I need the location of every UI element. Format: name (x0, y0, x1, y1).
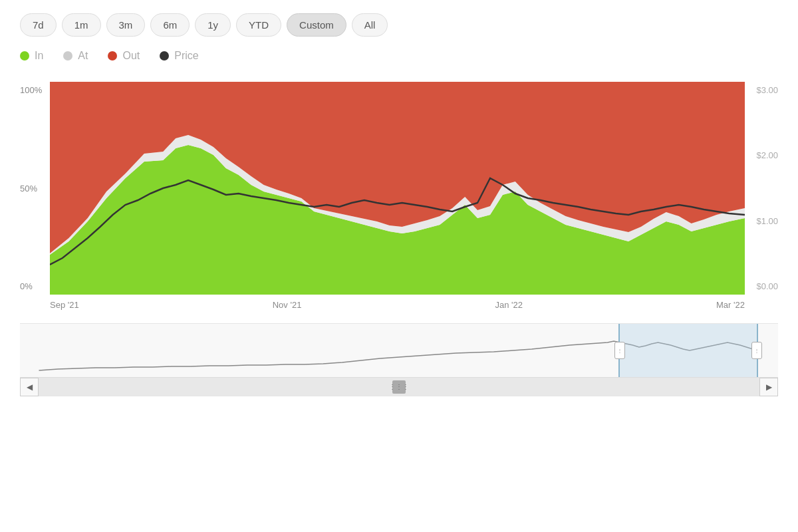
chart-legend: InAtOutPrice (20, 50, 778, 62)
nav-arrow-left[interactable]: ◀ (20, 378, 39, 396)
scrollbar-handle[interactable]: ⋮⋮⋮ (392, 380, 406, 394)
time-btn-1y[interactable]: 1y (195, 13, 231, 37)
time-btn-all[interactable]: All (352, 13, 388, 37)
navigator-controls: ◀ ⋮⋮⋮ ▶ (20, 377, 778, 396)
navigator-selection[interactable]: ⋮ ⋮ (618, 324, 758, 377)
selection-handle-left[interactable]: ⋮ (614, 342, 625, 359)
y-axis-right-label: $3.00 (745, 85, 778, 95)
main-chart: 100%50%0% $3.00$2.00$1.00$0.00 (20, 82, 778, 295)
legend-item-at: At (63, 50, 88, 62)
y-axis-left-label: 100% (20, 85, 50, 95)
legend-item-in: In (20, 50, 43, 62)
legend-label-at: At (78, 50, 88, 62)
x-axis-label: Jan '22 (495, 300, 523, 310)
time-btn-6m[interactable]: 6m (150, 13, 190, 37)
legend-dot-out (108, 51, 117, 61)
chart-wrapper: 100%50%0% $3.00$2.00$1.00$0.00 Sep '21No… (20, 82, 778, 396)
x-axis-label: Nov '21 (273, 300, 302, 310)
x-axis-label: Sep '21 (50, 300, 79, 310)
time-btn-ytd[interactable]: YTD (236, 13, 281, 37)
y-axis-left-label: 0% (20, 281, 50, 291)
x-axis: Sep '21Nov '21Jan '22Mar '22 (20, 295, 778, 310)
y-axis-left-label: 50% (20, 184, 50, 194)
legend-item-price: Price (160, 50, 198, 62)
legend-label-price: Price (174, 50, 198, 62)
legend-item-out: Out (108, 50, 140, 62)
legend-dot-at (63, 51, 72, 61)
y-axis-right-label: $1.00 (745, 216, 778, 226)
x-axis-label: Mar '22 (716, 300, 745, 310)
legend-label-in: In (35, 50, 43, 62)
time-btn-1m[interactable]: 1m (62, 13, 101, 37)
legend-dot-price (160, 51, 169, 61)
selection-handle-right[interactable]: ⋮ (751, 342, 762, 359)
time-btn-7d[interactable]: 7d (20, 13, 57, 37)
y-axis-right-label: $2.00 (745, 150, 778, 160)
time-btn-3m[interactable]: 3m (106, 13, 146, 37)
scrollbar-track[interactable]: ⋮⋮⋮ (39, 378, 759, 396)
navigator: ⋮ ⋮ 201820202022 ◀ ⋮⋮⋮ ▶ (20, 323, 778, 396)
chart-svg (50, 82, 745, 295)
legend-dot-in (20, 51, 29, 61)
time-btn-custom[interactable]: Custom (287, 13, 346, 37)
nav-arrow-right[interactable]: ▶ (759, 378, 778, 396)
y-axis-right-label: $0.00 (745, 281, 778, 291)
y-axis-right: $3.00$2.00$1.00$0.00 (745, 82, 778, 295)
navigator-svg: ⋮ ⋮ (20, 324, 778, 377)
legend-label-out: Out (122, 50, 140, 62)
time-range-selector: 7d1m3m6m1yYTDCustomAll (20, 13, 778, 37)
y-axis-left: 100%50%0% (20, 82, 50, 295)
